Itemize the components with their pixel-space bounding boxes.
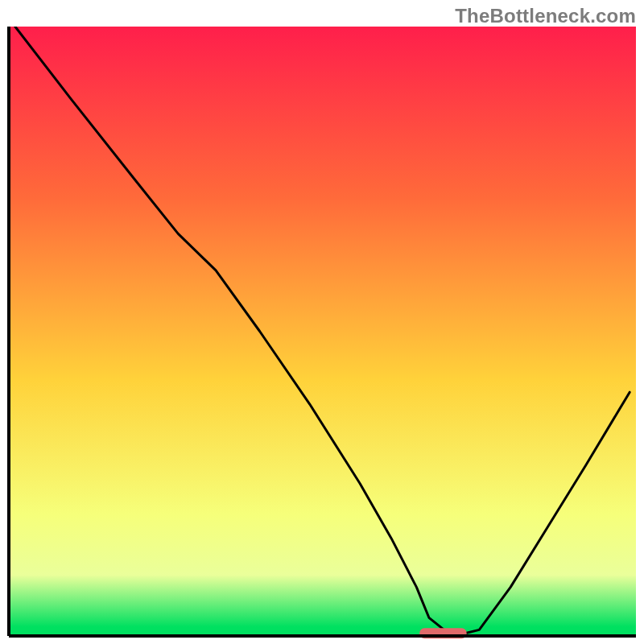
- watermark-text: TheBottleneck.com: [455, 5, 636, 27]
- gradient-background: [9, 27, 636, 636]
- chart-frame: TheBottleneck.com: [0, 0, 644, 644]
- bottleneck-chart: [0, 0, 644, 644]
